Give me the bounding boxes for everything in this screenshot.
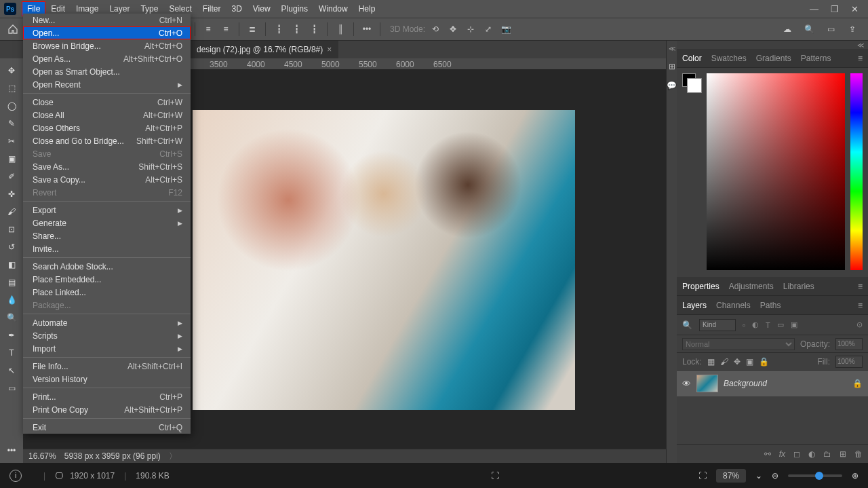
blend-mode-select[interactable]: Normal (682, 338, 795, 350)
zoom-out-icon[interactable]: ⊖ (772, 471, 778, 481)
stamp-tool[interactable]: ⊡ (2, 221, 21, 238)
lock-icon[interactable]: 🔒 (852, 379, 863, 388)
foreground-background-swatch[interactable] (682, 73, 696, 87)
align-icon[interactable]: ≡ (218, 22, 233, 37)
panel-menu-icon[interactable]: ≡ (858, 50, 868, 67)
align-icon[interactable]: ≣ (245, 22, 260, 37)
shape-tool[interactable]: ▭ (2, 380, 21, 396)
tab-channels[interactable]: Channels (716, 297, 751, 314)
lock-transparent-icon[interactable]: ▦ (707, 357, 715, 367)
fx-icon[interactable]: fx (779, 449, 785, 459)
distribute-icon[interactable]: ║ (333, 22, 348, 37)
tab-swatches[interactable]: Swatches (711, 50, 747, 67)
menu-window[interactable]: Window (313, 1, 353, 16)
crop-tool[interactable]: ✂ (2, 133, 21, 149)
pan-icon[interactable]: ✥ (446, 22, 460, 37)
frame-tool[interactable]: ▣ (2, 151, 21, 167)
close-icon[interactable]: ✕ (851, 4, 859, 14)
menu-item-file-info-[interactable]: File Info...Alt+Shift+Ctrl+I (23, 360, 191, 373)
menu-item-generate[interactable]: Generate▶ (23, 217, 191, 229)
group-icon[interactable]: 🗀 (823, 449, 831, 459)
lock-artboard-icon[interactable]: ▣ (746, 357, 753, 367)
brush-tool[interactable]: 🖌 (2, 204, 21, 220)
filter-adjust-icon[interactable]: ◐ (752, 320, 759, 329)
fullscreen-icon[interactable]: ⛶ (698, 471, 707, 481)
visibility-icon[interactable]: 👁 (682, 379, 691, 389)
mask-icon[interactable]: ◻ (793, 449, 800, 459)
menu-item-close[interactable]: CloseCtrl+W (23, 96, 191, 109)
collapse-icon[interactable]: ≪ (669, 45, 675, 52)
collapse-icon[interactable]: ≪ (677, 41, 868, 49)
healing-tool[interactable]: ✜ (2, 186, 21, 202)
filter-image-icon[interactable]: ▫ (743, 321, 745, 329)
tab-properties[interactable]: Properties (682, 278, 719, 295)
menu-item-open-recent[interactable]: Open Recent▶ (23, 78, 191, 91)
info-icon[interactable]: i (9, 470, 22, 482)
menu-item-invite-[interactable]: Invite... (23, 242, 191, 255)
tab-paths[interactable]: Paths (760, 297, 781, 314)
filter-type-icon[interactable]: T (766, 321, 770, 329)
distribute-icon[interactable]: ┇ (289, 22, 304, 37)
menu-item-print-one-copy[interactable]: Print One CopyAlt+Shift+Ctrl+P (23, 403, 191, 416)
camera-icon[interactable]: 📷 (498, 22, 513, 37)
history-brush-tool[interactable]: ↺ (2, 239, 21, 255)
filter-shape-icon[interactable]: ▭ (777, 320, 784, 329)
menu-item-scripts[interactable]: Scripts▶ (23, 329, 191, 342)
history-panel-icon[interactable]: ⊞ (669, 62, 675, 71)
menu-item-version-history[interactable]: Version History (23, 373, 191, 386)
tab-patterns[interactable]: Patterns (801, 50, 831, 67)
menu-3d[interactable]: 3D (226, 1, 247, 16)
gradient-tool[interactable]: ▤ (2, 274, 21, 290)
menu-item-open-as-[interactable]: Open As...Alt+Shift+Ctrl+O (23, 52, 191, 65)
lock-image-icon[interactable]: 🖌 (720, 357, 728, 367)
menu-item-import[interactable]: Import▶ (23, 342, 191, 355)
wand-tool[interactable]: ✎ (2, 115, 21, 132)
capture-icon[interactable]: ⛶ (491, 471, 499, 481)
menu-item-close-all[interactable]: Close AllAlt+Ctrl+W (23, 109, 191, 121)
fill-input[interactable] (835, 356, 863, 368)
color-field[interactable] (707, 73, 845, 270)
menu-help[interactable]: Help (353, 1, 381, 16)
menu-item-print-[interactable]: Print...Ctrl+P (23, 390, 191, 403)
lock-position-icon[interactable]: ✥ (734, 357, 741, 367)
link-icon[interactable]: ⚯ (764, 449, 771, 459)
marquee-tool[interactable]: ⬚ (2, 80, 21, 96)
delete-icon[interactable]: 🗑 (854, 449, 863, 459)
lock-all-icon[interactable]: 🔒 (759, 357, 769, 367)
document-tab[interactable]: design (72).jpg @ 16.7% (RGB/8#) × (190, 41, 338, 58)
panel-menu-icon[interactable]: ≡ (858, 297, 868, 314)
minimize-icon[interactable]: — (810, 4, 818, 14)
orbit-icon[interactable]: ⟲ (428, 22, 443, 37)
menu-item-browse-in-bridge-[interactable]: Browse in Bridge...Alt+Ctrl+O (23, 39, 191, 52)
lasso-tool[interactable]: ◯ (2, 98, 21, 114)
menu-item-save-as-[interactable]: Save As...Shift+Ctrl+S (23, 160, 191, 173)
zoom-percent[interactable]: 87% (716, 469, 746, 483)
filter-toggle-icon[interactable]: ⊙ (856, 320, 863, 329)
menu-item-close-others[interactable]: Close OthersAlt+Ctrl+P (23, 121, 191, 134)
layer-filter-kind[interactable] (699, 319, 736, 331)
hue-slider[interactable] (850, 73, 863, 270)
menu-item-share-[interactable]: Share... (23, 229, 191, 242)
menu-item-automate[interactable]: Automate▶ (23, 316, 191, 329)
search-icon[interactable]: 🔍 (802, 22, 816, 37)
zoom-in-icon[interactable]: ⊕ (852, 471, 859, 481)
tab-layers[interactable]: Layers (682, 297, 707, 314)
menu-item-new-[interactable]: New...Ctrl+N (23, 14, 191, 26)
menu-plugins[interactable]: Plugins (276, 1, 313, 16)
menu-item-open-as-smart-object-[interactable]: Open as Smart Object... (23, 65, 191, 78)
blur-tool[interactable]: 💧 (2, 292, 21, 308)
distribute-icon[interactable]: ┇ (307, 22, 321, 37)
zoom-value[interactable]: 16.67% (28, 451, 56, 461)
move-icon[interactable]: ⊹ (463, 22, 478, 37)
menu-item-save-a-copy-[interactable]: Save a Copy...Alt+Ctrl+S (23, 173, 191, 186)
scale-icon[interactable]: ⤢ (481, 22, 496, 37)
menu-filter[interactable]: Filter (197, 1, 226, 16)
comments-panel-icon[interactable]: 💬 (667, 81, 677, 90)
menu-item-place-embedded-[interactable]: Place Embedded... (23, 273, 191, 286)
cloud-icon[interactable]: ☁ (780, 22, 795, 37)
tab-libraries[interactable]: Libraries (783, 278, 814, 295)
edit-toolbar[interactable]: ••• (2, 443, 21, 459)
tab-gradients[interactable]: Gradients (756, 50, 791, 67)
path-tool[interactable]: ↖ (2, 362, 21, 379)
menu-item-search-adobe-stock-[interactable]: Search Adobe Stock... (23, 260, 191, 273)
